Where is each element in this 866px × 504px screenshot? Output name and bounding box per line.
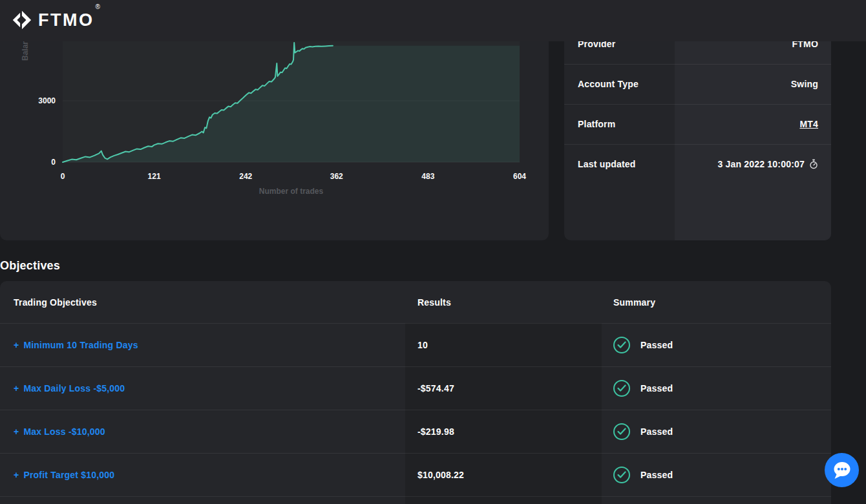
plus-expand-icon: +: [14, 340, 19, 350]
result-cell: $10,008.22: [417, 453, 464, 496]
objective-cell: +Minimum 10 Trading Days: [14, 323, 138, 366]
summary-cell: Passed: [613, 366, 673, 410]
status-label: Passed: [640, 340, 673, 350]
x-tick-label: 362: [330, 172, 343, 181]
status-label: Passed: [640, 470, 673, 480]
y-tick-label: 0: [17, 158, 56, 167]
top-navbar: FTMO®: [0, 0, 866, 41]
result-cell: -$574.47: [417, 366, 454, 410]
status-badge: Passed: [613, 337, 673, 353]
objectives-table: Trading ObjectivesResultsSummary +Minimu…: [0, 281, 831, 504]
check-circle-icon: [613, 467, 630, 483]
objective-cell: +Max Daily Loss -$5,000: [14, 366, 125, 410]
info-row-value: MT4: [799, 104, 818, 144]
row-divider: [564, 104, 831, 105]
ftmo-logo[interactable]: FTMO®: [10, 9, 99, 31]
check-circle-icon: [613, 423, 630, 440]
x-tick-label: 242: [239, 172, 252, 181]
result-value: -$574.47: [417, 383, 454, 394]
result-value: -$219.98: [417, 426, 454, 437]
checkmark-icon: [617, 341, 626, 349]
row-divider: [0, 496, 831, 497]
result-value: $10,008.22: [417, 470, 464, 480]
summary-cell: Passed: [613, 410, 673, 453]
plus-expand-icon: +: [14, 383, 19, 394]
x-tick-label: 0: [61, 172, 65, 181]
x-tick-label: 121: [148, 172, 161, 181]
objective-expand-link[interactable]: +Profit Target $10,000: [14, 470, 114, 480]
row-divider: [564, 144, 831, 145]
chat-button[interactable]: [825, 453, 859, 487]
status-badge: Passed: [613, 467, 673, 483]
info-row-value: 3 Jan 2022 10:00:07: [717, 144, 818, 184]
status-badge: Passed: [613, 423, 673, 440]
check-circle-icon: [613, 380, 630, 397]
registered-trademark: ®: [95, 3, 100, 10]
x-tick-label: 604: [513, 172, 526, 181]
checkmark-icon: [617, 471, 626, 479]
row-divider: [0, 453, 831, 454]
objectives-heading: Objectives: [0, 259, 60, 273]
chat-bubble-icon: [829, 457, 855, 483]
objective-expand-link[interactable]: +Minimum 10 Trading Days: [14, 340, 138, 350]
balance-area-fill: [63, 43, 520, 162]
ftmo-logo-text: FTMO: [38, 10, 94, 30]
page: 03000 0121242362483604 Balance Number of…: [0, 0, 866, 504]
info-value-text: Swing: [791, 79, 818, 89]
column-header: Trading Objectives: [14, 281, 97, 323]
summary-cell: Passed: [613, 453, 673, 496]
x-tick-label: 483: [421, 172, 434, 181]
checkmark-icon: [617, 428, 626, 436]
objective-label: Max Loss -$10,000: [23, 426, 105, 437]
platform-link[interactable]: MT4: [799, 119, 818, 129]
ftmo-logo-mark-icon: [10, 9, 32, 31]
info-value-text: 3 Jan 2022 10:00:07: [717, 159, 805, 169]
result-cell: 10: [417, 323, 428, 366]
objective-cell: +Profit Target $10,000: [14, 453, 114, 496]
status-label: Passed: [640, 383, 673, 394]
objective-label: Profit Target $10,000: [23, 470, 114, 480]
status-badge: Passed: [613, 380, 673, 397]
result-cell: -$219.98: [417, 410, 454, 453]
info-row-label: Last updated: [578, 144, 636, 184]
objective-label: Max Daily Loss -$5,000: [23, 383, 125, 394]
column-header: Summary: [613, 281, 655, 323]
check-circle-icon: [613, 337, 630, 353]
y-tick-label: 3000: [17, 96, 56, 105]
objective-cell: +Max Loss -$10,000: [14, 410, 105, 453]
stopwatch-icon: [809, 159, 818, 169]
info-row-label: Account Type: [578, 64, 639, 104]
column-header: Results: [417, 281, 451, 323]
checkmark-icon: [617, 384, 626, 392]
row-divider: [564, 64, 831, 65]
info-row-value: Swing: [791, 64, 818, 104]
objective-expand-link[interactable]: +Max Daily Loss -$5,000: [14, 383, 125, 394]
plus-expand-icon: +: [14, 470, 19, 480]
info-row-label: Platform: [578, 104, 615, 144]
objective-label: Minimum 10 Trading Days: [23, 340, 138, 350]
x-axis-title: Number of trades: [63, 187, 520, 196]
result-value: 10: [417, 340, 428, 350]
plus-expand-icon: +: [14, 426, 19, 437]
status-label: Passed: [640, 426, 673, 437]
summary-cell: Passed: [613, 323, 673, 366]
objective-expand-link[interactable]: +Max Loss -$10,000: [14, 426, 105, 437]
row-divider: [0, 410, 831, 410]
